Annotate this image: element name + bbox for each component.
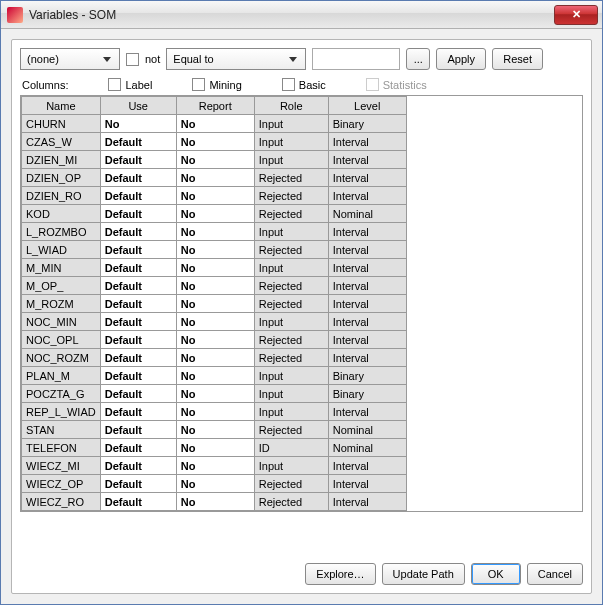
cell-role[interactable]: Rejected <box>254 475 328 493</box>
table-row[interactable]: TELEFONDefaultNoIDNominal <box>22 439 407 457</box>
cell-level[interactable]: Interval <box>328 493 406 511</box>
table-row[interactable]: NOC_MINDefaultNoInputInterval <box>22 313 407 331</box>
cell-name[interactable]: REP_L_WIAD <box>22 403 101 421</box>
cell-report[interactable]: No <box>176 349 254 367</box>
cell-use[interactable]: Default <box>100 313 176 331</box>
cell-name[interactable]: CZAS_W <box>22 133 101 151</box>
cell-level[interactable]: Nominal <box>328 421 406 439</box>
cell-role[interactable]: Rejected <box>254 169 328 187</box>
cell-level[interactable]: Interval <box>328 223 406 241</box>
apply-button[interactable]: Apply <box>436 48 486 70</box>
titlebar[interactable]: Variables - SOM ✕ <box>1 1 602 29</box>
table-row[interactable]: M_ROZMDefaultNoRejectedInterval <box>22 295 407 313</box>
cell-report[interactable]: No <box>176 439 254 457</box>
cell-use[interactable]: Default <box>100 439 176 457</box>
cell-report[interactable]: No <box>176 241 254 259</box>
cell-name[interactable]: L_WIAD <box>22 241 101 259</box>
table-row[interactable]: POCZTA_GDefaultNoInputBinary <box>22 385 407 403</box>
col-header-name[interactable]: Name <box>22 97 101 115</box>
cell-use[interactable]: No <box>100 115 176 133</box>
cell-use[interactable]: Default <box>100 475 176 493</box>
browse-button[interactable]: ... <box>406 48 430 70</box>
cancel-button[interactable]: Cancel <box>527 563 583 585</box>
table-row[interactable]: REP_L_WIADDefaultNoInputInterval <box>22 403 407 421</box>
mining-checkbox[interactable] <box>192 78 205 91</box>
cell-level[interactable]: Interval <box>328 241 406 259</box>
cell-role[interactable]: Rejected <box>254 187 328 205</box>
table-row[interactable]: KODDefaultNoRejectedNominal <box>22 205 407 223</box>
cell-level[interactable]: Nominal <box>328 439 406 457</box>
cell-role[interactable]: Rejected <box>254 295 328 313</box>
cell-report[interactable]: No <box>176 403 254 421</box>
reset-button[interactable]: Reset <box>492 48 543 70</box>
table-row[interactable]: DZIEN_OPDefaultNoRejectedInterval <box>22 169 407 187</box>
cell-report[interactable]: No <box>176 115 254 133</box>
cell-name[interactable]: WIECZ_OP <box>22 475 101 493</box>
cell-use[interactable]: Default <box>100 205 176 223</box>
cell-level[interactable]: Binary <box>328 385 406 403</box>
cell-level[interactable]: Interval <box>328 457 406 475</box>
cell-role[interactable]: Rejected <box>254 493 328 511</box>
cell-role[interactable]: Rejected <box>254 205 328 223</box>
explore-button[interactable]: Explore… <box>305 563 375 585</box>
cell-level[interactable]: Interval <box>328 133 406 151</box>
col-header-role[interactable]: Role <box>254 97 328 115</box>
cell-level[interactable]: Interval <box>328 403 406 421</box>
cell-role[interactable]: Input <box>254 133 328 151</box>
cell-use[interactable]: Default <box>100 403 176 421</box>
cell-level[interactable]: Interval <box>328 277 406 295</box>
cell-name[interactable]: NOC_OPL <box>22 331 101 349</box>
table-row[interactable]: WIECZ_MIDefaultNoInputInterval <box>22 457 407 475</box>
table-row[interactable]: M_MINDefaultNoInputInterval <box>22 259 407 277</box>
cell-level[interactable]: Binary <box>328 115 406 133</box>
cell-level[interactable]: Interval <box>328 295 406 313</box>
filter-field-combo[interactable]: (none) <box>20 48 120 70</box>
cell-use[interactable]: Default <box>100 187 176 205</box>
close-button[interactable]: ✕ <box>554 5 598 25</box>
cell-use[interactable]: Default <box>100 295 176 313</box>
ok-button[interactable]: OK <box>471 563 521 585</box>
table-row[interactable]: CHURNNoNoInputBinary <box>22 115 407 133</box>
cell-role[interactable]: Input <box>254 259 328 277</box>
cell-use[interactable]: Default <box>100 241 176 259</box>
cell-report[interactable]: No <box>176 295 254 313</box>
cell-level[interactable]: Interval <box>328 259 406 277</box>
cell-role[interactable]: Input <box>254 367 328 385</box>
cell-report[interactable]: No <box>176 313 254 331</box>
cell-role[interactable]: Input <box>254 313 328 331</box>
cell-report[interactable]: No <box>176 169 254 187</box>
cell-use[interactable]: Default <box>100 277 176 295</box>
cell-role[interactable]: Rejected <box>254 241 328 259</box>
cell-use[interactable]: Default <box>100 223 176 241</box>
cell-role[interactable]: Input <box>254 457 328 475</box>
cell-report[interactable]: No <box>176 133 254 151</box>
cell-use[interactable]: Default <box>100 385 176 403</box>
variables-table[interactable]: Name Use Report Role Level CHURNNoNoInpu… <box>21 96 407 511</box>
cell-level[interactable]: Interval <box>328 187 406 205</box>
cell-name[interactable]: STAN <box>22 421 101 439</box>
cell-report[interactable]: No <box>176 493 254 511</box>
cell-level[interactable]: Interval <box>328 151 406 169</box>
cell-report[interactable]: No <box>176 457 254 475</box>
cell-name[interactable]: TELEFON <box>22 439 101 457</box>
cell-role[interactable]: Input <box>254 223 328 241</box>
cell-report[interactable]: No <box>176 385 254 403</box>
table-row[interactable]: CZAS_WDefaultNoInputInterval <box>22 133 407 151</box>
cell-level[interactable]: Nominal <box>328 205 406 223</box>
cell-use[interactable]: Default <box>100 133 176 151</box>
cell-use[interactable]: Default <box>100 367 176 385</box>
cell-report[interactable]: No <box>176 421 254 439</box>
cell-name[interactable]: DZIEN_OP <box>22 169 101 187</box>
cell-role[interactable]: Rejected <box>254 349 328 367</box>
cell-name[interactable]: CHURN <box>22 115 101 133</box>
cell-name[interactable]: DZIEN_RO <box>22 187 101 205</box>
table-row[interactable]: L_WIADDefaultNoRejectedInterval <box>22 241 407 259</box>
cell-use[interactable]: Default <box>100 493 176 511</box>
table-row[interactable]: M_OP_DefaultNoRejectedInterval <box>22 277 407 295</box>
cell-level[interactable]: Interval <box>328 475 406 493</box>
cell-name[interactable]: M_OP_ <box>22 277 101 295</box>
cell-level[interactable]: Interval <box>328 169 406 187</box>
cell-use[interactable]: Default <box>100 151 176 169</box>
cell-use[interactable]: Default <box>100 457 176 475</box>
cell-role[interactable]: Input <box>254 115 328 133</box>
